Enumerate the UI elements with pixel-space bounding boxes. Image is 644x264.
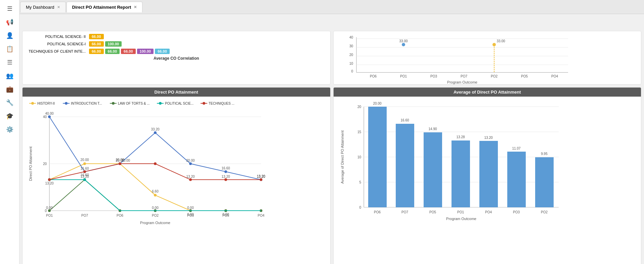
svg-point-70 [189, 162, 192, 165]
svg-text:40.00: 40.00 [45, 112, 53, 115]
co-label-polsci1: POLITICAL SCIENCE-I [25, 42, 86, 46]
tab-dashboard[interactable]: My Dashboard ✕ [20, 2, 66, 12]
line-chart-svg: 0 20 40 Direct PO Attainment PO1 PO7 PO6… [26, 110, 268, 231]
svg-text:Direct PO Attainment: Direct PO Attainment [29, 147, 33, 181]
svg-text:PO3: PO3 [430, 74, 437, 78]
main-content: POLITICAL SCIENCE- II 66.00 POLITICAL SC… [19, 28, 644, 264]
tab-dashboard-close[interactable]: ✕ [57, 5, 60, 9]
line-chart-title: Direct PO Attainment [23, 88, 330, 97]
line-history [49, 164, 261, 211]
svg-point-80 [48, 209, 51, 212]
svg-text:PO5: PO5 [429, 210, 436, 214]
sidebar-item-menu[interactable]: ☰ [2, 3, 17, 15]
tab-report[interactable]: Direct PO Attainment Report ✕ [67, 2, 143, 12]
svg-point-94 [83, 170, 86, 173]
svg-text:Average of Direct PO Attainmen: Average of Direct PO Attainment [340, 130, 344, 184]
svg-text:PO5: PO5 [521, 74, 527, 78]
svg-text:20.00: 20.00 [80, 158, 89, 162]
svg-text:30: 30 [349, 44, 353, 48]
sidebar-item-graduation[interactable]: 🎓 [2, 110, 17, 122]
tab-report-close[interactable]: ✕ [134, 5, 137, 9]
scatter-point-po2 [492, 43, 496, 46]
svg-text:PO4: PO4 [551, 74, 558, 78]
bar-chart-area: 0 5 10 15 20 Average of Direct PO Attain… [334, 97, 641, 264]
bottom-section: Direct PO Attainment HISTORY-II INTRODUC… [22, 87, 641, 264]
bar-po6 [368, 107, 387, 207]
svg-text:5: 5 [359, 180, 361, 184]
legend-svg: HISTORY-II INTRODUCTION T... LAW OF TORT… [26, 100, 268, 110]
bar-chart-panel: Average of Direct PO Attainment [333, 87, 642, 264]
svg-text:16.60: 16.60 [80, 167, 89, 170]
co-badge-tech-5: 66.00 [155, 49, 170, 54]
co-row-polsci1: POLITICAL SCIENCE-I 66.00 100.00 [25, 41, 328, 47]
co-label-techniques: TECHNIQUES OF CLIENT INTE... [25, 49, 86, 53]
svg-point-55 [83, 162, 86, 165]
svg-text:PO7: PO7 [460, 74, 467, 78]
svg-point-97 [189, 178, 192, 181]
svg-text:20: 20 [357, 105, 361, 109]
sidebar: ☰ 📢 👤 📋 ☰ 👥 💼 🔧 🎓 ⚙️ [0, 0, 19, 264]
svg-text:PO6: PO6 [374, 210, 380, 214]
scatter-svg: 40 30 20 10 0 PO6 PO1 PO3 PO7 PO2 PO5 PO… [336, 34, 571, 84]
svg-point-99 [260, 178, 262, 181]
bar-po3 [507, 152, 526, 207]
svg-text:PO7: PO7 [81, 214, 88, 217]
svg-text:PO6: PO6 [117, 214, 123, 217]
scatter-point-po1 [402, 43, 405, 46]
svg-text:16.60: 16.60 [221, 166, 230, 170]
svg-point-29 [112, 102, 115, 105]
svg-text:PO1: PO1 [400, 74, 406, 78]
sidebar-item-students[interactable]: 👥 [2, 70, 17, 82]
sidebar-item-tools[interactable]: 🔧 [2, 97, 17, 109]
co-correlation-panel: POLITICAL SCIENCE- II 66.00 POLITICAL SC… [22, 31, 331, 85]
bar-chart-title: Average of Direct PO Attainment [334, 88, 641, 97]
svg-text:20.00: 20.00 [122, 159, 130, 162]
svg-text:33.00: 33.00 [497, 39, 505, 43]
sidebar-item-profile[interactable]: 👤 [2, 30, 17, 42]
bar-po2 [535, 157, 554, 207]
svg-text:0.00: 0.00 [187, 206, 194, 210]
svg-point-69 [154, 131, 157, 134]
svg-text:PO2: PO2 [541, 210, 547, 214]
svg-text:16.60: 16.60 [400, 118, 409, 122]
svg-text:0.00: 0.00 [152, 206, 159, 210]
svg-text:LAW OF TORTS & ...: LAW OF TORTS & ... [118, 102, 150, 105]
svg-point-35 [203, 102, 205, 105]
co-badge-tech-2: 66.00 [105, 49, 120, 54]
co-footer-label: Average CO Correlation [25, 56, 328, 61]
svg-text:33.20: 33.20 [151, 127, 159, 131]
svg-text:15: 15 [357, 130, 361, 134]
sidebar-item-settings[interactable]: ⚙️ [2, 123, 17, 136]
line-chart-area: HISTORY-II INTRODUCTION T... LAW OF TORT… [23, 97, 330, 264]
top-section: POLITICAL SCIENCE- II 66.00 POLITICAL SC… [22, 31, 641, 85]
svg-text:40: 40 [349, 36, 353, 39]
svg-text:0: 0 [359, 206, 361, 209]
svg-text:INTRODUCTION T...: INTRODUCTION T... [71, 102, 102, 105]
svg-text:10: 10 [349, 62, 353, 65]
sidebar-item-portfolio[interactable]: 💼 [2, 83, 17, 95]
co-badge-tech-3: 66.00 [121, 49, 136, 54]
svg-point-92 [83, 178, 86, 181]
svg-text:HISTORY-II: HISTORY-II [37, 102, 55, 105]
sidebar-item-announcements[interactable]: 📢 [2, 16, 17, 28]
svg-text:0.00: 0.00 [46, 206, 53, 210]
svg-point-66 [48, 115, 51, 118]
sidebar-item-reports[interactable]: 📋 [2, 43, 17, 55]
bar-po4 [479, 141, 498, 207]
svg-text:Program Outcome: Program Outcome [447, 80, 477, 84]
svg-text:PO4: PO4 [485, 210, 491, 214]
svg-text:40: 40 [43, 115, 47, 119]
scatter-panel: 40 30 20 10 0 PO6 PO1 PO3 PO7 PO2 PO5 PO… [333, 31, 642, 85]
svg-text:Program Outcome: Program Outcome [446, 217, 476, 221]
svg-point-26 [65, 102, 68, 105]
svg-text:13.28: 13.28 [456, 135, 465, 139]
tab-dashboard-label: My Dashboard [26, 5, 54, 10]
svg-point-96 [154, 162, 157, 165]
sidebar-item-list[interactable]: ☰ [2, 56, 17, 68]
svg-text:PO6: PO6 [370, 74, 376, 78]
svg-text:13.20: 13.20 [45, 181, 53, 185]
bar-chart-svg: 0 5 10 15 20 Average of Direct PO Attain… [337, 100, 565, 231]
svg-text:PO2: PO2 [152, 214, 159, 217]
svg-text:0: 0 [351, 69, 353, 73]
svg-text:PO3: PO3 [513, 210, 519, 214]
